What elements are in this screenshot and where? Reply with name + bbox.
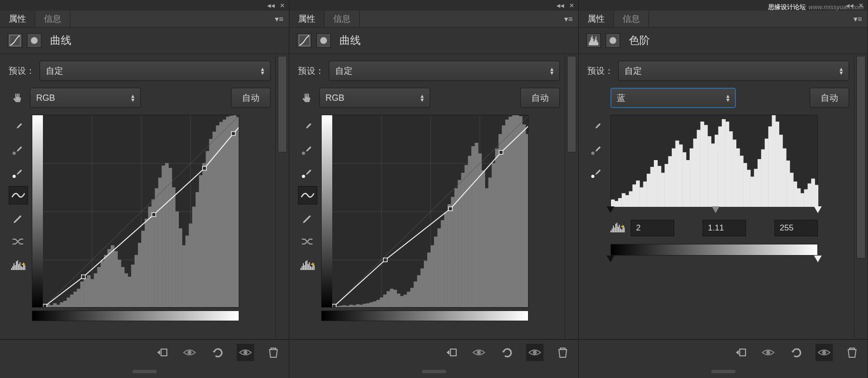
svg-rect-204: [665, 164, 668, 207]
panel-menu-icon[interactable]: ▾≡: [848, 11, 868, 27]
scrollbar[interactable]: [854, 54, 868, 339]
trash-icon[interactable]: [265, 344, 282, 361]
tab-properties[interactable]: 属性: [0, 11, 35, 27]
view-prev-icon[interactable]: [526, 344, 543, 361]
svg-rect-234: [772, 115, 776, 207]
white-point-slider[interactable]: [814, 206, 822, 213]
close-icon[interactable]: ✕: [569, 2, 574, 9]
curves-graph[interactable]: [321, 115, 529, 308]
resize-handle[interactable]: [0, 364, 289, 378]
svg-rect-132: [407, 292, 411, 308]
svg-rect-254: [619, 225, 620, 232]
preset-select[interactable]: 自定▲▼: [618, 61, 849, 81]
scrollbar[interactable]: [275, 54, 289, 339]
collapse-icon[interactable]: ◀◀: [556, 3, 564, 8]
svg-rect-182: [594, 41, 595, 45]
reset-icon[interactable]: [787, 344, 805, 361]
curve-smooth-icon[interactable]: [9, 186, 28, 204]
tab-info[interactable]: 信息: [35, 11, 70, 27]
svg-rect-59: [172, 187, 176, 308]
clip-icon[interactable]: [153, 344, 170, 361]
histogram-warn-icon[interactable]: [9, 256, 28, 274]
channel-select[interactable]: RGB▲▼: [30, 88, 141, 108]
scrollbar[interactable]: [565, 54, 578, 339]
close-icon[interactable]: ✕: [280, 2, 285, 9]
output-white-slider[interactable]: [814, 256, 822, 262]
preset-select[interactable]: 自定▲▼: [40, 61, 271, 81]
levels-histogram[interactable]: [610, 115, 818, 206]
histogram-warn-icon[interactable]: [610, 222, 625, 235]
black-input[interactable]: 2: [631, 220, 674, 236]
trash-icon[interactable]: [843, 344, 861, 361]
svg-rect-45: [124, 273, 128, 308]
resize-handle[interactable]: [289, 364, 578, 378]
tab-properties[interactable]: 属性: [289, 11, 325, 27]
tab-properties[interactable]: 属性: [579, 11, 614, 27]
white-input[interactable]: 255: [774, 220, 818, 236]
curves-adjustment-icon[interactable]: [297, 33, 312, 48]
mid-point-slider[interactable]: [712, 206, 719, 213]
panel-menu-icon[interactable]: ▾≡: [559, 11, 578, 27]
visibility-icon[interactable]: [470, 344, 488, 361]
svg-rect-52: [148, 206, 152, 308]
reset-icon[interactable]: [498, 344, 515, 361]
eyedropper-white-icon[interactable]: [587, 163, 607, 181]
histogram-warn-icon[interactable]: [298, 256, 317, 274]
panel-menu-icon[interactable]: ▾≡: [270, 11, 289, 27]
curves-graph[interactable]: [32, 115, 239, 308]
clip-icon[interactable]: [442, 344, 460, 361]
panel-topbar: ◀◀✕: [289, 0, 578, 11]
curve-smooth-icon[interactable]: [298, 186, 317, 204]
svg-rect-195: [632, 185, 636, 207]
eyedropper-black-icon[interactable]: [587, 117, 607, 135]
view-prev-icon[interactable]: [237, 344, 254, 361]
curves-adjustment-icon[interactable]: [8, 33, 22, 48]
svg-rect-36: [94, 273, 98, 308]
eyedropper-white-icon[interactable]: [9, 163, 28, 181]
svg-rect-121: [369, 302, 373, 308]
svg-rect-118: [359, 305, 363, 308]
curve-pencil-icon[interactable]: [298, 209, 317, 228]
layer-mask-icon[interactable]: [316, 33, 331, 48]
clip-icon[interactable]: [732, 344, 749, 361]
collapse-icon[interactable]: ◀◀: [267, 3, 275, 8]
view-prev-icon[interactable]: [815, 344, 833, 361]
svg-rect-9: [18, 264, 19, 270]
layer-mask-icon[interactable]: [27, 33, 41, 48]
shuffle-icon[interactable]: [298, 232, 317, 251]
tab-info[interactable]: 信息: [325, 11, 360, 27]
eyedropper-black-icon[interactable]: [9, 117, 28, 135]
eyedropper-gray-icon[interactable]: [298, 140, 317, 158]
svg-point-176: [533, 351, 537, 354]
output-black-slider[interactable]: [607, 256, 614, 262]
auto-button[interactable]: 自动: [810, 88, 849, 108]
channel-select[interactable]: RGB▲▼: [319, 88, 430, 108]
trash-icon[interactable]: [554, 344, 571, 361]
levels-adjustment-icon[interactable]: [586, 33, 601, 48]
eyedropper-gray-icon[interactable]: [9, 140, 28, 158]
curves-panel-2: ◀◀✕属性信息▾≡曲线预设：自定▲▼RGB▲▼自动: [289, 0, 579, 378]
eyedropper-gray-icon[interactable]: [587, 140, 607, 158]
auto-button[interactable]: 自动: [520, 88, 560, 108]
visibility-icon[interactable]: [760, 344, 777, 361]
black-point-slider[interactable]: [607, 206, 614, 213]
reset-icon[interactable]: [209, 344, 226, 361]
svg-rect-161: [505, 120, 509, 308]
resize-handle[interactable]: [579, 364, 868, 378]
preset-select[interactable]: 自定▲▼: [329, 61, 560, 81]
preset-select-value: 自定: [46, 65, 63, 77]
channel-select[interactable]: 蓝▲▼: [610, 88, 736, 108]
visibility-icon[interactable]: [181, 344, 198, 361]
tab-info[interactable]: 信息: [614, 11, 649, 27]
svg-rect-198: [643, 181, 647, 207]
targeted-adjust-icon[interactable]: [298, 90, 314, 106]
layer-mask-icon[interactable]: [606, 33, 620, 48]
gamma-input[interactable]: 1.11: [703, 220, 746, 236]
targeted-adjust-icon[interactable]: [9, 90, 25, 106]
auto-button[interactable]: 自动: [231, 88, 271, 108]
curve-pencil-icon[interactable]: [9, 209, 28, 228]
eyedropper-black-icon[interactable]: [298, 117, 317, 135]
eyedropper-white-icon[interactable]: [298, 163, 317, 181]
shuffle-icon[interactable]: [9, 232, 28, 251]
svg-rect-94: [303, 263, 304, 270]
